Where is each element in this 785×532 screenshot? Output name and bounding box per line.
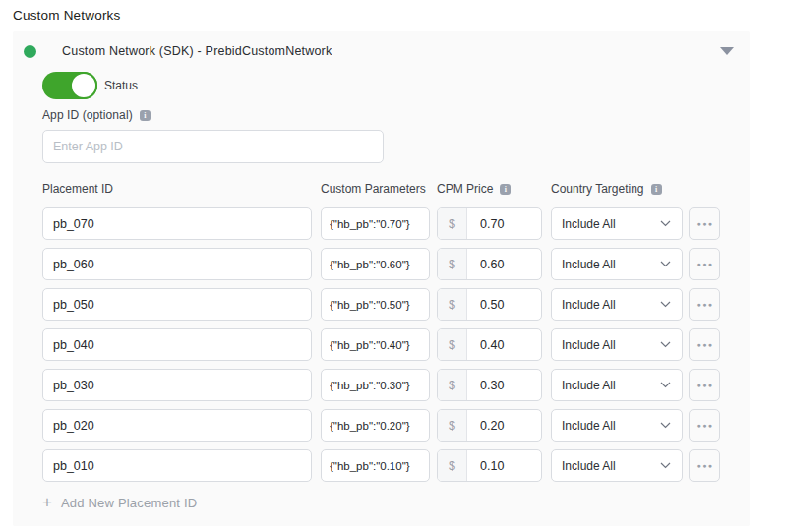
cpm-price-info-icon[interactable]: i (500, 184, 511, 195)
ellipsis-icon: ●●● (696, 261, 713, 267)
placement-id-input[interactable] (42, 328, 312, 361)
collapse-chevron-icon[interactable] (720, 47, 734, 55)
network-card-header: Custom Network (SDK) - PrebidCustomNetwo… (42, 43, 720, 59)
custom-networks-page: Custom Networks Custom Network (SDK) - P… (0, 0, 785, 526)
placement-row: $ Include All ●●● (42, 409, 720, 442)
add-placement-button[interactable]: + Add New Placement ID (42, 495, 720, 510)
currency-symbol: $ (438, 289, 467, 320)
ellipsis-icon: ●●● (696, 422, 713, 429)
row-menu-button[interactable]: ●●● (689, 449, 720, 482)
app-id-label-row: App ID (optional) i (42, 108, 720, 122)
country-targeting-select[interactable]: Include All (551, 248, 683, 280)
placement-id-input[interactable] (42, 409, 312, 442)
custom-parameters-input[interactable] (321, 328, 430, 361)
plus-icon: + (42, 495, 52, 510)
currency-symbol: $ (438, 249, 467, 279)
placement-row: $ Include All ●●● (42, 207, 720, 240)
cpm-price-input[interactable] (467, 289, 541, 320)
placement-id-input[interactable] (42, 288, 312, 321)
placement-row: $ Include All ●●● (42, 449, 720, 482)
ellipsis-icon: ●●● (696, 341, 713, 348)
header-cpm-price-label: CPM Price (437, 182, 493, 196)
cpm-price-input[interactable] (467, 329, 541, 360)
row-menu-button[interactable]: ●●● (689, 207, 720, 240)
custom-parameters-input[interactable] (321, 369, 430, 401)
country-targeting-select[interactable]: Include All (551, 288, 683, 321)
ellipsis-icon: ●●● (696, 220, 713, 227)
placement-id-input[interactable] (42, 248, 312, 280)
placement-row: $ Include All ●●● (42, 248, 720, 280)
cpm-price-field: $ (437, 207, 542, 240)
currency-symbol: $ (438, 450, 467, 481)
status-toggle[interactable] (42, 72, 97, 99)
country-targeting-field: Include All (551, 328, 683, 361)
network-active-dot-icon (24, 45, 36, 58)
header-cpm-price: CPM Price i (437, 182, 542, 196)
currency-symbol: $ (438, 370, 467, 400)
country-targeting-field: Include All (551, 207, 683, 240)
country-targeting-info-icon[interactable]: i (651, 184, 662, 195)
country-targeting-field: Include All (551, 409, 683, 442)
placement-rows: $ Include All ●●● $ Include All (42, 207, 720, 482)
placement-row: $ Include All ●●● (42, 328, 720, 361)
header-country-targeting: Country Targeting i (551, 182, 683, 196)
custom-parameters-input[interactable] (321, 207, 430, 240)
currency-symbol: $ (438, 208, 467, 239)
currency-symbol: $ (438, 329, 467, 360)
cpm-price-field: $ (437, 409, 542, 442)
status-row: Status (42, 72, 720, 99)
cpm-price-field: $ (437, 369, 542, 401)
custom-parameters-input[interactable] (321, 288, 430, 321)
custom-network-card: Custom Network (SDK) - PrebidCustomNetwo… (13, 31, 750, 526)
custom-parameters-input[interactable] (321, 409, 430, 442)
placement-id-input[interactable] (42, 207, 312, 240)
add-placement-label: Add New Placement ID (61, 496, 197, 510)
cpm-price-input[interactable] (467, 410, 541, 441)
ellipsis-icon: ●●● (696, 382, 713, 388)
country-targeting-select[interactable]: Include All (551, 369, 683, 401)
country-targeting-select[interactable]: Include All (551, 328, 683, 361)
placement-id-input[interactable] (42, 369, 312, 401)
app-id-input[interactable] (42, 130, 384, 163)
network-title: Custom Network (SDK) - PrebidCustomNetwo… (62, 44, 332, 58)
cpm-price-field: $ (437, 248, 542, 280)
page-title: Custom Networks (13, 8, 785, 23)
row-menu-button[interactable]: ●●● (689, 369, 720, 401)
cpm-price-input[interactable] (467, 450, 541, 481)
country-targeting-select[interactable]: Include All (551, 207, 683, 240)
header-placement-id: Placement ID (42, 182, 312, 196)
app-id-info-icon[interactable]: i (140, 110, 151, 121)
placement-id-input[interactable] (42, 449, 312, 482)
placement-row: $ Include All ●●● (42, 288, 720, 321)
cpm-price-field: $ (437, 449, 542, 482)
cpm-price-input[interactable] (467, 249, 541, 279)
row-menu-button[interactable]: ●●● (689, 409, 720, 442)
cpm-price-input[interactable] (467, 208, 541, 239)
table-header-row: Placement ID Custom Parameters CPM Price… (42, 182, 720, 196)
ellipsis-icon: ●●● (696, 301, 713, 308)
cpm-price-field: $ (437, 288, 542, 321)
country-targeting-field: Include All (551, 449, 683, 482)
cpm-price-field: $ (437, 328, 542, 361)
country-targeting-select[interactable]: Include All (551, 449, 683, 482)
currency-symbol: $ (438, 410, 467, 441)
country-targeting-select[interactable]: Include All (551, 409, 683, 442)
country-targeting-field: Include All (551, 288, 683, 321)
country-targeting-field: Include All (551, 248, 683, 280)
status-label: Status (104, 79, 138, 92)
app-id-label: App ID (optional) (42, 108, 133, 122)
custom-parameters-input[interactable] (321, 449, 430, 482)
cpm-price-input[interactable] (467, 370, 541, 400)
country-targeting-field: Include All (551, 369, 683, 401)
header-custom-parameters: Custom Parameters (321, 182, 430, 196)
custom-parameters-input[interactable] (321, 248, 430, 280)
toggle-knob (70, 72, 97, 99)
row-menu-button[interactable]: ●●● (689, 288, 720, 321)
row-menu-button[interactable]: ●●● (689, 248, 720, 280)
placement-row: $ Include All ●●● (42, 369, 720, 401)
row-menu-button[interactable]: ●●● (689, 328, 720, 361)
header-country-targeting-label: Country Targeting (551, 182, 644, 196)
ellipsis-icon: ●●● (696, 462, 713, 469)
